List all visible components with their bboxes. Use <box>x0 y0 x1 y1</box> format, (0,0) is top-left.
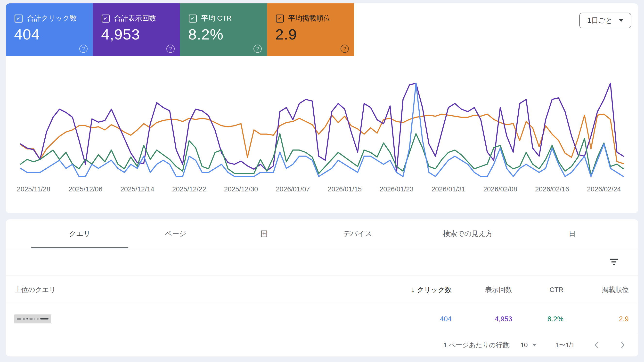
card-total-clicks-head: ✓ 合計クリック数 <box>14 13 77 23</box>
total-clicks-value: 404 <box>14 26 40 43</box>
tab-dates[interactable]: 日 <box>526 219 618 248</box>
card-label: 平均掲載順位 <box>288 13 330 23</box>
x-axis-tick-label: 2025/12/22 <box>172 185 206 193</box>
chevron-down-icon <box>619 19 624 22</box>
checkbox-checked-icon[interactable]: ✓ <box>189 14 197 22</box>
tab-label: 日 <box>569 229 576 239</box>
filter-list-icon[interactable] <box>608 257 619 267</box>
table-pagination: 1 ページあたりの行数: 10 1〜1/1 <box>6 334 638 357</box>
pagination-range: 1〜1/1 <box>555 341 575 350</box>
next-page-button[interactable] <box>618 341 627 350</box>
cell-position: 2.9 <box>619 315 629 323</box>
x-axis-tick-label: 2026/02/08 <box>483 185 517 193</box>
average-position-value: 2.9 <box>275 26 297 43</box>
x-axis-tick-label: 2025/12/06 <box>68 185 102 193</box>
card-total-impressions[interactable]: ✓ 合計表示回数 4,953 ? <box>93 3 180 56</box>
cell-clicks: 404 <box>440 315 452 323</box>
tab-label: クエリ <box>69 229 90 239</box>
header-clicks-sorted[interactable]: ↓ クリック数 <box>411 285 452 294</box>
header-label: クリック数 <box>417 285 452 294</box>
x-axis-tick-label: 2025/11/28 <box>17 185 50 193</box>
total-impressions-value: 4,953 <box>101 26 140 43</box>
help-icon[interactable]: ? <box>254 45 262 53</box>
card-label: 平均 CTR <box>201 13 232 23</box>
help-icon[interactable]: ? <box>340 45 349 53</box>
tab-label: 国 <box>261 229 268 239</box>
x-axis-tick-label: 2025/12/30 <box>224 185 258 193</box>
header-ctr[interactable]: CTR <box>550 286 564 294</box>
card-total-clicks[interactable]: ✓ 合計クリック数 404 ? <box>6 3 93 56</box>
card-average-position[interactable]: ✓ 平均掲載順位 2.9 ? <box>267 3 354 56</box>
chart-line-ctr <box>20 134 624 176</box>
cell-ctr: 8.2% <box>548 315 564 323</box>
search-console-performance-page: { "period_selector": { "value": "1日ごと" }… <box>0 0 644 362</box>
rows-per-page-select[interactable]: 10 <box>520 342 536 349</box>
x-axis-tick-label: 2026/01/07 <box>276 185 310 193</box>
card-average-position-head: ✓ 平均掲載順位 <box>276 13 330 23</box>
x-axis-tick-label: 2026/02/24 <box>587 185 621 193</box>
dimensions-table-panel: クエリ ページ 国 デバイス 検索での見え方 日 上位のクエリ ↓ クリック数 … <box>6 219 638 357</box>
tab-search-appearance[interactable]: 検索での見え方 <box>410 219 526 248</box>
dimension-tabs: クエリ ページ 国 デバイス 検索での見え方 日 <box>6 219 638 248</box>
help-icon[interactable]: ? <box>166 45 175 53</box>
table-row: 404 4,953 8.2% 2.9 <box>6 304 638 334</box>
header-impressions[interactable]: 表示回数 <box>485 285 512 294</box>
table-header-row: 上位のクエリ ↓ クリック数 表示回数 CTR 掲載順位 <box>6 276 638 304</box>
previous-page-button[interactable] <box>592 341 601 350</box>
rows-per-page-value: 10 <box>520 342 528 349</box>
tab-queries[interactable]: クエリ <box>31 219 128 248</box>
performance-line-chart[interactable]: 2025/11/282025/12/062025/12/142025/12/22… <box>6 61 638 206</box>
x-axis-tick-label: 2026/01/15 <box>328 185 362 193</box>
metric-cards-row: ✓ 合計クリック数 404 ? ✓ 合計表示回数 4,953 ? ✓ 平均 CT… <box>6 3 354 56</box>
card-average-ctr[interactable]: ✓ 平均 CTR 8.2% ? <box>180 3 267 56</box>
tab-label: 検索での見え方 <box>443 229 493 239</box>
redacted-query-cell[interactable] <box>14 315 51 324</box>
x-axis-tick-label: 2026/02/16 <box>535 185 569 193</box>
average-ctr-value: 8.2% <box>188 26 224 43</box>
checkbox-checked-icon[interactable]: ✓ <box>14 14 22 22</box>
tab-label: デバイス <box>343 229 372 239</box>
card-label: 合計表示回数 <box>114 13 156 23</box>
x-axis-tick-label: 2025/12/14 <box>120 185 154 193</box>
tab-devices[interactable]: デバイス <box>306 219 410 248</box>
chart-line-position <box>20 114 624 164</box>
card-total-impressions-head: ✓ 合計表示回数 <box>102 13 156 23</box>
granularity-select-value: 1日ごと <box>587 16 613 25</box>
card-label: 合計クリック数 <box>27 13 77 23</box>
card-average-ctr-head: ✓ 平均 CTR <box>189 13 232 23</box>
checkbox-checked-icon[interactable]: ✓ <box>102 14 110 22</box>
performance-chart-panel: ✓ 合計クリック数 404 ? ✓ 合計表示回数 4,953 ? ✓ 平均 CT… <box>6 3 638 213</box>
header-top-queries[interactable]: 上位のクエリ <box>14 285 56 294</box>
granularity-select[interactable]: 1日ごと <box>579 12 632 28</box>
cell-impressions: 4,953 <box>494 315 512 323</box>
tab-pages[interactable]: ページ <box>128 219 223 248</box>
help-icon[interactable]: ? <box>79 45 88 53</box>
x-axis-tick-label: 2026/01/23 <box>380 185 414 193</box>
checkbox-checked-icon[interactable]: ✓ <box>276 14 284 22</box>
table-toolbar <box>6 248 638 276</box>
tab-countries[interactable]: 国 <box>223 219 306 248</box>
tab-label: ページ <box>165 229 186 239</box>
chevron-down-icon <box>532 344 536 346</box>
header-position[interactable]: 掲載順位 <box>602 285 629 294</box>
sort-descending-icon: ↓ <box>411 286 414 293</box>
x-axis-tick-label: 2026/01/31 <box>431 185 465 193</box>
rows-per-page-label: 1 ページあたりの行数: <box>444 341 511 350</box>
